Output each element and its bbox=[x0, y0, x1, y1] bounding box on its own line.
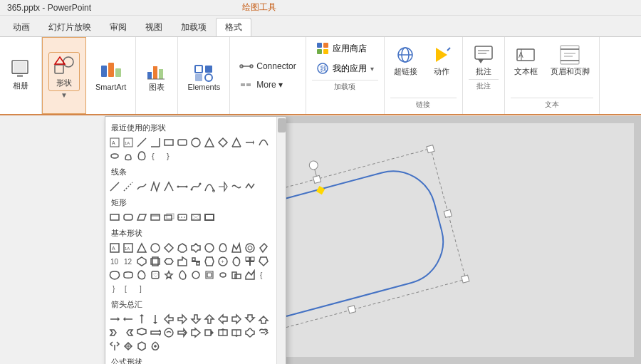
shape-item[interactable] bbox=[217, 180, 229, 193]
tab-animation[interactable]: 动画 bbox=[4, 18, 39, 36]
shape-item[interactable] bbox=[176, 211, 189, 224]
shape-item[interactable] bbox=[149, 255, 162, 268]
shape-item[interactable] bbox=[230, 136, 243, 149]
shape-item[interactable] bbox=[149, 211, 162, 224]
connector-button[interactable]: Connector bbox=[236, 57, 299, 76]
shape-item[interactable] bbox=[108, 180, 121, 193]
shape-item[interactable] bbox=[189, 326, 202, 339]
more-button[interactable]: More ▾ bbox=[236, 76, 299, 94]
shape-item[interactable] bbox=[176, 313, 189, 326]
tab-format[interactable]: 格式 bbox=[216, 18, 251, 36]
tab-addins[interactable]: 加载项 bbox=[172, 18, 216, 36]
shape-item[interactable] bbox=[189, 180, 202, 193]
shape-item[interactable] bbox=[189, 255, 202, 268]
shape-item[interactable] bbox=[203, 269, 216, 281]
shape-item[interactable] bbox=[217, 326, 229, 339]
shape-item[interactable] bbox=[176, 180, 189, 193]
shape-item[interactable] bbox=[135, 136, 148, 149]
shape-item[interactable] bbox=[189, 241, 202, 254]
shape-item[interactable] bbox=[149, 313, 162, 326]
shape-item[interactable] bbox=[257, 313, 270, 326]
shape-item[interactable] bbox=[162, 269, 175, 281]
shape-item[interactable]: 10 bbox=[108, 255, 121, 268]
shape-item[interactable] bbox=[230, 180, 243, 193]
shape-item[interactable] bbox=[162, 313, 175, 326]
shape-item[interactable] bbox=[149, 136, 162, 149]
shape-item[interactable]: 1A bbox=[122, 241, 135, 254]
shape-item[interactable] bbox=[244, 241, 256, 254]
shape-item[interactable]: ] bbox=[135, 282, 148, 295]
shape-item[interactable] bbox=[149, 326, 162, 339]
shapes-button[interactable]: 形状 bbox=[48, 52, 80, 91]
shape-item[interactable] bbox=[162, 241, 175, 254]
tab-review[interactable]: 审阅 bbox=[100, 18, 136, 36]
shape-item[interactable] bbox=[257, 255, 270, 268]
shape-item[interactable] bbox=[217, 241, 229, 254]
header-footer-button[interactable]: 页眉和页脚 bbox=[547, 41, 593, 92]
shape-item[interactable] bbox=[122, 313, 135, 326]
scrollbar-thumb[interactable] bbox=[278, 118, 286, 132]
shape-item[interactable] bbox=[244, 269, 256, 281]
shape-item[interactable] bbox=[230, 241, 243, 254]
shape-item[interactable] bbox=[176, 255, 189, 268]
shape-item[interactable] bbox=[149, 180, 162, 193]
shape-item[interactable] bbox=[257, 241, 270, 254]
shape-item[interactable] bbox=[230, 255, 243, 268]
shape-item[interactable] bbox=[217, 313, 229, 326]
shape-item[interactable] bbox=[135, 326, 148, 339]
hyperlink-button[interactable]: 超链接 bbox=[390, 41, 421, 79]
shape-item[interactable] bbox=[122, 150, 135, 162]
shape-item[interactable] bbox=[135, 269, 148, 281]
shape-item[interactable] bbox=[203, 211, 216, 224]
shape-item[interactable] bbox=[162, 180, 175, 193]
shape-item[interactable] bbox=[257, 136, 270, 149]
shape-item[interactable] bbox=[108, 150, 121, 162]
shape-item[interactable] bbox=[176, 326, 189, 339]
shape-item[interactable]: A bbox=[108, 241, 121, 254]
shape-item[interactable] bbox=[244, 180, 256, 193]
shape-item[interactable] bbox=[176, 241, 189, 254]
shape-item[interactable] bbox=[162, 211, 175, 224]
shape-item[interactable] bbox=[149, 340, 162, 353]
shape-item[interactable]: } bbox=[108, 282, 121, 295]
tab-slideshow[interactable]: 幻灯片放映 bbox=[39, 18, 100, 36]
shape-item[interactable]: { bbox=[149, 150, 162, 162]
elements-button[interactable]: Elements bbox=[184, 58, 224, 93]
shape-item[interactable]: A bbox=[108, 136, 121, 149]
shape-item[interactable] bbox=[230, 269, 243, 281]
shape-item[interactable] bbox=[203, 136, 216, 149]
shape-item[interactable] bbox=[122, 211, 135, 224]
app-store-button[interactable]: 应用商店 bbox=[312, 40, 378, 57]
shape-item[interactable] bbox=[189, 211, 202, 224]
shape-item[interactable] bbox=[176, 269, 189, 281]
shape-item[interactable]: 1A bbox=[122, 136, 135, 149]
shape-item[interactable] bbox=[203, 180, 216, 193]
shape-item[interactable]: } bbox=[162, 150, 175, 162]
panel-scrollbar[interactable] bbox=[276, 117, 286, 364]
smartart-button[interactable]: SmartArt bbox=[92, 58, 130, 93]
shape-item[interactable] bbox=[122, 326, 135, 339]
shape-item[interactable] bbox=[162, 326, 175, 339]
shape-item[interactable] bbox=[257, 326, 270, 339]
my-apps-button[interactable]: 我 我的应用 ▾ bbox=[312, 60, 378, 77]
shape-item[interactable] bbox=[217, 269, 229, 281]
tab-view[interactable]: 视图 bbox=[136, 18, 172, 36]
shape-item[interactable] bbox=[230, 313, 243, 326]
shape-item[interactable]: stroke="#555" stroke-width="1"/> bbox=[189, 269, 202, 281]
shape-item[interactable] bbox=[135, 150, 148, 162]
shape-item[interactable] bbox=[135, 340, 148, 353]
album-button[interactable]: 相册 bbox=[6, 56, 36, 93]
shape-item[interactable] bbox=[244, 136, 256, 149]
shape-item[interactable] bbox=[162, 255, 175, 268]
action-button[interactable]: 动作 bbox=[427, 41, 457, 79]
shape-item[interactable] bbox=[108, 326, 121, 339]
comment-button[interactable]: 批注 bbox=[469, 41, 499, 79]
shape-item[interactable] bbox=[122, 180, 135, 193]
shape-item[interactable] bbox=[203, 241, 216, 254]
shape-item[interactable] bbox=[135, 180, 148, 193]
shape-item[interactable] bbox=[189, 313, 202, 326]
shape-item[interactable] bbox=[203, 255, 216, 268]
shape-item[interactable] bbox=[149, 241, 162, 254]
shape-item[interactable] bbox=[203, 313, 216, 326]
shape-item[interactable] bbox=[230, 326, 243, 339]
